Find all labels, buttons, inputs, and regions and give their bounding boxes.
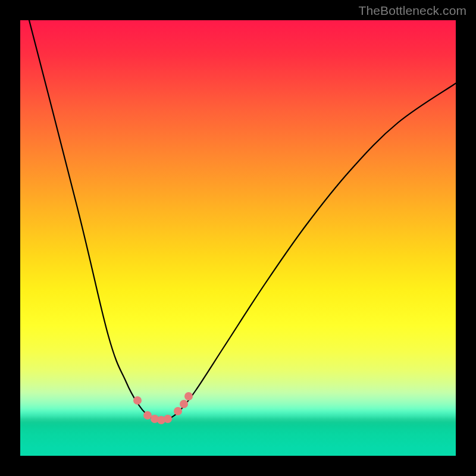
curve-marker <box>174 407 182 415</box>
bottleneck-curve <box>20 20 456 421</box>
chart-frame: TheBottleneck.com <box>0 0 476 476</box>
curve-marker <box>180 400 188 408</box>
curve-marker <box>133 396 142 405</box>
plot-area <box>20 20 456 456</box>
curve-marker <box>184 392 193 400</box>
curve-marker <box>143 411 152 419</box>
watermark-text: TheBottleneck.com <box>359 4 466 18</box>
curve-marker <box>164 415 172 423</box>
curve-layer <box>20 20 456 456</box>
curve-markers <box>133 392 193 424</box>
